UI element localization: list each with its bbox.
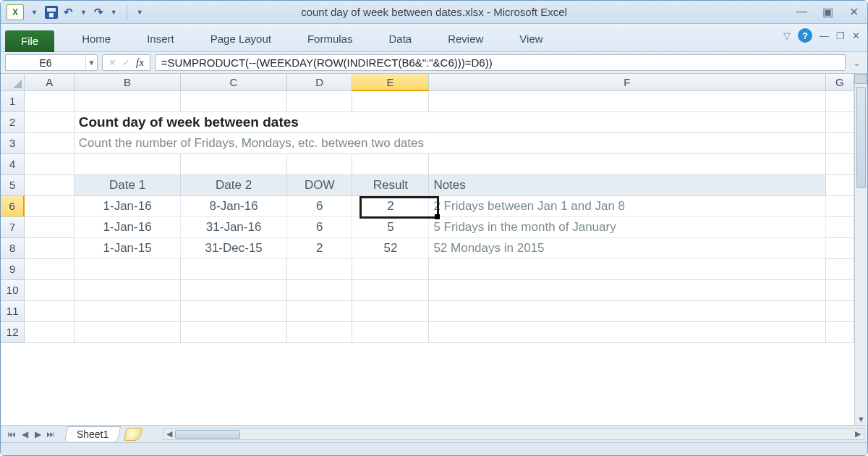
cell-A7[interactable] bbox=[25, 217, 75, 238]
row-header-1[interactable]: 1 bbox=[1, 91, 25, 112]
row-header-5[interactable]: 5 bbox=[1, 175, 25, 196]
name-box[interactable] bbox=[6, 57, 85, 69]
cell-A2[interactable] bbox=[25, 112, 75, 133]
cell-C8[interactable]: 31-Dec-15 bbox=[181, 238, 287, 259]
cell-C9[interactable] bbox=[181, 259, 287, 280]
cell-G2[interactable] bbox=[826, 112, 854, 133]
cell-E11[interactable] bbox=[352, 301, 429, 322]
cell-G5[interactable] bbox=[826, 175, 854, 196]
enter-formula-icon[interactable]: ✓ bbox=[122, 57, 130, 68]
cell-E9[interactable] bbox=[352, 259, 429, 280]
redo-icon[interactable]: ↷ bbox=[94, 6, 103, 19]
cell-D5[interactable]: DOW bbox=[287, 175, 352, 196]
cell-F5[interactable]: Notes bbox=[429, 175, 825, 196]
cell-B11[interactable] bbox=[75, 301, 181, 322]
tab-formulas[interactable]: Formulas bbox=[292, 27, 369, 51]
cell-E4[interactable] bbox=[352, 154, 429, 175]
col-header-G[interactable]: G bbox=[826, 74, 854, 91]
cell-C11[interactable] bbox=[181, 301, 287, 322]
undo-dropdown-icon[interactable]: ▼ bbox=[79, 9, 88, 16]
cell-C2[interactable] bbox=[183, 112, 289, 133]
cell-B6[interactable]: 1-Jan-16 bbox=[75, 196, 181, 217]
cell-A6[interactable] bbox=[25, 196, 75, 217]
cell-F6[interactable]: 2 Fridays between Jan 1 and Jan 8 bbox=[429, 196, 825, 217]
cell-E7[interactable]: 5 bbox=[352, 217, 429, 238]
cell-E8[interactable]: 52 bbox=[352, 238, 429, 259]
row-header-7[interactable]: 7 bbox=[1, 217, 25, 238]
cell-G10[interactable] bbox=[826, 280, 854, 301]
cell-A12[interactable] bbox=[25, 322, 75, 343]
cell-F4[interactable] bbox=[429, 154, 825, 175]
cell-B2[interactable]: Count day of week between dates bbox=[75, 112, 183, 133]
cell-E3[interactable] bbox=[354, 133, 430, 154]
cell-D4[interactable] bbox=[287, 154, 352, 175]
cell-B1[interactable] bbox=[75, 91, 181, 112]
save-icon[interactable] bbox=[45, 6, 58, 19]
tab-home[interactable]: Home bbox=[66, 27, 127, 51]
row-header-9[interactable]: 9 bbox=[1, 259, 25, 280]
excel-logo-icon[interactable]: X bbox=[7, 4, 24, 20]
cell-G4[interactable] bbox=[826, 154, 854, 175]
tab-insert[interactable]: Insert bbox=[131, 27, 190, 51]
row-header-12[interactable]: 12 bbox=[1, 322, 25, 343]
cell-E12[interactable] bbox=[352, 322, 429, 343]
cell-A5[interactable] bbox=[25, 175, 75, 196]
cell-D6[interactable]: 6 bbox=[287, 196, 352, 217]
cell-G6[interactable] bbox=[826, 196, 854, 217]
workbook-restore-button[interactable]: ❐ bbox=[836, 30, 845, 41]
cell-E2[interactable] bbox=[354, 112, 430, 133]
cell-E6[interactable]: 2 bbox=[352, 196, 429, 217]
cell-D2[interactable] bbox=[289, 112, 354, 133]
cell-C3[interactable] bbox=[183, 133, 289, 154]
workbook-close-button[interactable]: ✕ bbox=[852, 30, 860, 41]
sheet-nav-last-icon[interactable]: ⏭ bbox=[44, 429, 57, 439]
cell-C10[interactable] bbox=[181, 280, 287, 301]
cell-G11[interactable] bbox=[826, 301, 854, 322]
cell-E5[interactable]: Result bbox=[352, 175, 429, 196]
sheet-nav-next-icon[interactable]: ▶ bbox=[31, 429, 44, 439]
tab-data[interactable]: Data bbox=[373, 27, 427, 51]
split-box[interactable] bbox=[854, 74, 867, 84]
cell-C12[interactable] bbox=[181, 322, 287, 343]
scroll-left-icon[interactable]: ◀ bbox=[163, 429, 175, 439]
cell-C5[interactable]: Date 2 bbox=[181, 175, 287, 196]
close-button[interactable]: ✕ bbox=[846, 5, 861, 19]
redo-dropdown-icon[interactable]: ▼ bbox=[109, 9, 119, 16]
cell-B8[interactable]: 1-Jan-15 bbox=[75, 238, 181, 259]
cell-C4[interactable] bbox=[181, 154, 287, 175]
row-header-4[interactable]: 4 bbox=[1, 154, 25, 175]
scroll-right-icon[interactable]: ▶ bbox=[852, 429, 864, 439]
cell-B4[interactable] bbox=[75, 154, 181, 175]
cell-C6[interactable]: 8-Jan-16 bbox=[181, 196, 287, 217]
sheet-nav-prev-icon[interactable]: ◀ bbox=[18, 429, 31, 439]
name-box-dropdown-icon[interactable]: ▼ bbox=[85, 55, 97, 70]
cell-D12[interactable] bbox=[287, 322, 352, 343]
cell-C7[interactable]: 31-Jan-16 bbox=[181, 217, 287, 238]
cell-A4[interactable] bbox=[25, 154, 75, 175]
cell-D7[interactable]: 6 bbox=[287, 217, 352, 238]
cell-A8[interactable] bbox=[25, 238, 75, 259]
cell-G12[interactable] bbox=[826, 322, 854, 343]
cell-F8[interactable]: 52 Mondays in 2015 bbox=[429, 238, 825, 259]
cell-F9[interactable] bbox=[429, 259, 825, 280]
workbook-minimize-button[interactable]: — bbox=[820, 30, 829, 41]
qat-dropdown-icon[interactable]: ▼ bbox=[30, 9, 39, 16]
file-tab[interactable]: File bbox=[5, 30, 54, 52]
cell-C1[interactable] bbox=[181, 91, 287, 112]
cell-F12[interactable] bbox=[429, 322, 825, 343]
tab-review[interactable]: Review bbox=[432, 27, 499, 51]
horizontal-scroll-thumb[interactable] bbox=[175, 430, 240, 439]
vertical-scroll-thumb[interactable] bbox=[856, 87, 866, 188]
row-header-3[interactable]: 3 bbox=[1, 133, 25, 154]
col-header-C[interactable]: C bbox=[181, 74, 287, 91]
row-header-2[interactable]: 2 bbox=[1, 112, 25, 133]
row-header-8[interactable]: 8 bbox=[1, 238, 25, 259]
help-icon[interactable]: ? bbox=[798, 28, 812, 43]
col-header-A[interactable]: A bbox=[25, 74, 75, 91]
cell-B7[interactable]: 1-Jan-16 bbox=[75, 217, 181, 238]
cell-F11[interactable] bbox=[429, 301, 825, 322]
grid[interactable]: A B C D E F G 1 2 Coun bbox=[1, 74, 854, 426]
cell-G1[interactable] bbox=[826, 91, 854, 112]
cell-G9[interactable] bbox=[826, 259, 854, 280]
tab-page-layout[interactable]: Page Layout bbox=[195, 27, 287, 51]
